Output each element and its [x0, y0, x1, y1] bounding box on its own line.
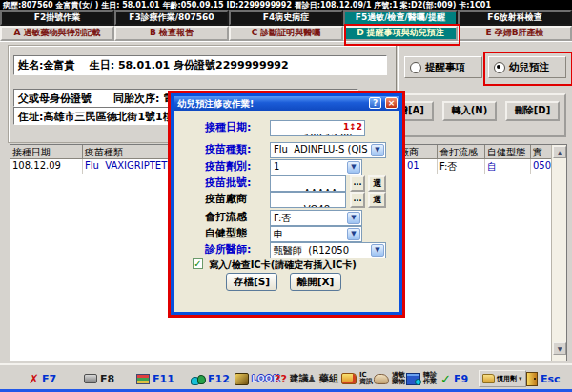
table-scrollbar[interactable]: ▲ ▼ — [551, 145, 566, 361]
row-vaccine-type: 疫苗種類: Flu ADINFLU-S (QIS I ▼ — [174, 142, 399, 159]
chevron-down-icon[interactable]: ▼ — [347, 212, 360, 224]
f8-label: F8 — [100, 373, 114, 385]
self-type-label: 自健型態 — [205, 226, 272, 240]
chevron-down-icon[interactable]: ▾ — [519, 375, 522, 382]
look-icon — [235, 373, 249, 385]
cell-self-type: 自 — [485, 159, 531, 174]
radio-circle-selected-icon[interactable] — [494, 62, 505, 73]
f8-button[interactable]: F8 — [84, 369, 114, 388]
f12-label: F12 — [208, 373, 230, 385]
tab-f5[interactable]: F5過敏/檢查/醫囑/提醒 — [343, 10, 458, 26]
window-icon — [406, 373, 420, 385]
vendor-pick-button[interactable]: 選 — [368, 192, 386, 208]
ic-info-button[interactable]: IC 資訊 — [341, 369, 373, 388]
patient-info-bar: 病歷:807560 金富貴(女/ ) 生日: 58.01.01 年齡:050.0… — [0, 0, 572, 10]
habit-dose-button[interactable]: 慣用劑 ▾ — [479, 369, 526, 388]
col-partial: 實 — [531, 145, 552, 159]
drug-group-button[interactable]: ♟ 藥組 — [307, 369, 338, 388]
door-icon — [526, 372, 538, 386]
vaccine-vendor-label: 疫苗廠商 — [205, 192, 272, 206]
self-type-value: 申 — [274, 228, 283, 241]
radio-infant-vaccine[interactable]: 幼兒預注 — [488, 56, 566, 78]
allergy-drugs-label: 過敏 藥物 — [392, 372, 405, 386]
vaccine-dose-value: 1 — [274, 161, 279, 172]
vaccination-date-input[interactable]: 108.12.09 1↕2 — [270, 120, 365, 136]
plug-icon — [84, 374, 97, 383]
chevron-down-icon[interactable]: ▼ — [347, 161, 360, 174]
import-button[interactable]: 轉入(N) — [442, 101, 497, 121]
flu-history-select[interactable]: F:否 ▼ — [270, 210, 362, 226]
vaccine-dose-label: 疫苗劑別: — [205, 159, 272, 174]
drug-group-label: 藥組 — [319, 372, 338, 385]
confirm-f9-button[interactable]: ✓ F9 — [440, 369, 468, 388]
esc-button[interactable]: Esc — [526, 369, 561, 388]
close-icon[interactable]: × — [385, 97, 398, 109]
vaccine-type-select[interactable]: Flu ADINFLU-S (QIS I ▼ — [270, 142, 386, 158]
card-icon — [341, 373, 357, 384]
cell-flu: F:否 — [438, 159, 485, 174]
batch-browse-button[interactable]: ... — [350, 175, 365, 192]
clinic-doctor-value: 甄醫師 (R12050 — [274, 244, 349, 258]
sub-tabs: A 過敏藥物與特別記載 B 檢查報告 C 診斷証明與醫囑 D 提醒事項與幼兒預注… — [0, 26, 572, 41]
help-icon[interactable]: ? — [369, 97, 381, 109]
tab-f6[interactable]: F6放射科檢查 — [458, 10, 572, 26]
vaccination-date-label: 接種日期: — [205, 120, 272, 134]
radio-reminder-items[interactable]: 提醒事項 — [404, 56, 482, 78]
subtab-a-allergy[interactable]: A 過敏藥物與特別記載 — [0, 26, 114, 41]
vaccine-batch-input[interactable]: AAAAA — [270, 175, 346, 192]
look-button[interactable]: LOOK — [235, 369, 280, 388]
radio-circle-icon[interactable] — [410, 62, 421, 73]
f9-label: F9 — [454, 373, 468, 385]
vaccine-dose-select[interactable]: 1 ▼ — [270, 159, 362, 175]
f11-label: F11 — [153, 373, 174, 385]
scroll-up-icon[interactable]: ▲ — [553, 146, 566, 158]
subtab-e-pregnancy[interactable]: E 孕婦B肝產檢 — [458, 26, 572, 41]
cancel-f7-button[interactable]: ✗ F7 — [29, 369, 56, 388]
exit-button[interactable]: 離開[X] — [290, 273, 341, 291]
self-type-select[interactable]: 申 ▼ — [270, 226, 362, 242]
row-vaccine-dose: 疫苗劑別: 1 ▼ — [174, 159, 399, 176]
tab-f4[interactable]: F4病史病症 — [229, 10, 343, 26]
f7-label: F7 — [42, 373, 56, 385]
cell-date: 108.12.09 — [10, 159, 83, 174]
date-spinner[interactable]: 1↕2 — [343, 122, 362, 132]
chevron-down-icon[interactable]: ▼ — [371, 244, 384, 257]
dialog-title: 幼兒預注修改作業! — [177, 98, 254, 109]
vaccine-vendor-value: VO48 — [304, 204, 330, 208]
vaccine-vendor-input[interactable]: VO48 — [270, 192, 346, 208]
scroll-down-icon[interactable]: ▼ — [553, 342, 566, 355]
chevron-down-icon[interactable]: ▼ — [347, 228, 360, 240]
subtab-c-diagnosis[interactable]: C 診斷証明與醫囑 — [229, 26, 343, 41]
patient-name-field: 姓名:金富貴 生日: 58.01.01 身份證號2299999992 — [13, 55, 387, 75]
chevron-down-icon[interactable]: ▼ — [371, 144, 384, 156]
function-toolbar: ✗ F7 F8 F11 F12 LOOK ?? 建議 ♟ 藥組 IC — [0, 363, 572, 389]
batch-pick-button[interactable]: 選 — [368, 175, 386, 192]
subtab-d-reminder-vaccine[interactable]: D 提醒事項與幼兒預注 — [343, 26, 458, 41]
row-flu-history: 會打流感 F:否 ▼ — [174, 210, 399, 227]
hand-icon — [374, 374, 389, 384]
flu-history-label: 會打流感 — [205, 210, 272, 224]
suggest-button[interactable]: ?? 建議 — [275, 369, 309, 388]
row-vaccine-batch: 疫苗批號: AAAAA ... 選 — [174, 175, 399, 193]
vaccination-date-value: 108.12.09 — [304, 133, 353, 136]
check-icon: ✓ — [440, 372, 451, 386]
referral-button[interactable]: 轉診 作業 — [406, 369, 437, 388]
checkbox-checked-icon[interactable]: ✓ — [193, 258, 203, 269]
delete-button[interactable]: 刪除[D] — [505, 101, 560, 121]
tab-f3[interactable]: F3診療作業/807560 — [114, 10, 229, 26]
col-self-type: 自健型態 — [485, 145, 531, 159]
save-button[interactable]: 存檔[S] — [226, 273, 277, 291]
tab-f2[interactable]: F2掛號作業 — [0, 10, 114, 26]
subtab-b-reports[interactable]: B 檢查報告 — [114, 26, 229, 41]
f11-button[interactable]: F11 — [136, 369, 174, 388]
x-icon: ✗ — [29, 372, 39, 386]
habit-dose-label: 慣用劑 — [497, 374, 517, 383]
allergy-drugs-button[interactable]: 過敏 藥物 — [374, 369, 405, 388]
app-window: 病歷:807560 金富貴(女/ ) 生日: 58.01.01 年齡:050.0… — [0, 0, 572, 392]
dialog-titlebar[interactable]: 幼兒預注修改作業! ? × — [174, 96, 399, 111]
ic-card-checkbox-label[interactable]: 寫入/檢查IC卡(請確定有插入IC卡) — [209, 258, 357, 272]
vaccine-edit-dialog: 幼兒預注修改作業! ? × 接種日期: 108.12.09 1↕2 疫苗種類: … — [171, 93, 402, 315]
vendor-browse-button[interactable]: ... — [350, 192, 365, 208]
f12-button[interactable]: F12 — [191, 369, 230, 388]
suggest-label: 建議 — [290, 372, 309, 385]
